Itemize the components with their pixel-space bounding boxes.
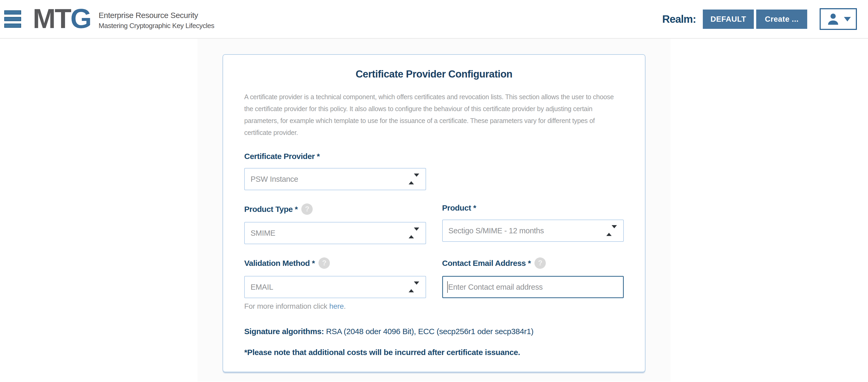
validation-method-value: EMAIL <box>251 283 273 292</box>
product-label: Product * <box>442 203 624 212</box>
contact-email-input-wrap <box>442 276 624 298</box>
hamburger-menu-icon[interactable] <box>4 10 21 28</box>
product-type-label-text: Product Type * <box>244 205 298 214</box>
helper-suffix: . <box>344 302 346 310</box>
mtg-logo: MT G <box>33 5 91 32</box>
tagline-line1: Enterprise Resource Security <box>99 11 214 20</box>
hamburger-bar <box>4 10 21 14</box>
more-information-link[interactable]: here <box>329 302 344 310</box>
certificate-provider-label: Certificate Provider * <box>244 152 426 161</box>
select-spinner-icon <box>409 177 419 181</box>
field-validation-method: Validation Method * ? EMAIL For more inf… <box>244 257 426 311</box>
select-spinner-icon <box>606 228 617 233</box>
product-type-help-icon[interactable]: ? <box>301 203 313 215</box>
card-description: A certificate provider is a technical co… <box>244 91 624 139</box>
certificate-provider-card: Certificate Provider Configuration A cer… <box>222 54 646 372</box>
validation-method-label-text: Validation Method * <box>244 259 315 268</box>
empty-cell <box>442 139 624 190</box>
certificate-provider-value: PSW Instance <box>251 175 298 184</box>
signature-algorithms-value: RSA (2048 oder 4096 Bit), ECC (secp256r1… <box>324 327 534 336</box>
product-select[interactable]: Sectigo S/MIME - 12 months <box>442 219 624 242</box>
product-type-value: SMIME <box>251 229 275 238</box>
header-right-group: Realm: DEFAULT Create ... <box>662 8 857 30</box>
user-avatar-icon <box>826 12 840 26</box>
validation-method-help-icon[interactable]: ? <box>318 257 330 269</box>
realm-create-button[interactable]: Create ... <box>756 9 807 29</box>
additional-costs-note: *Please note that additional costs will … <box>244 348 624 357</box>
product-label-text: Product * <box>442 203 476 212</box>
contact-email-label: Contact Email Address * ? <box>442 257 624 269</box>
hamburger-bar <box>4 24 21 28</box>
logo-tagline: Enterprise Resource Security Mastering C… <box>99 11 214 30</box>
select-spinner-icon <box>409 231 419 235</box>
tagline-line2: Mastering Cryptographic Key Lifecycles <box>99 22 214 30</box>
contact-email-label-text: Contact Email Address * <box>442 259 531 268</box>
validation-method-label: Validation Method * ? <box>244 257 426 269</box>
field-certificate-provider: Certificate Provider * PSW Instance <box>244 152 426 190</box>
app-header: MT G Enterprise Resource Security Master… <box>0 0 868 39</box>
content-column: Certificate Provider Configuration A cer… <box>197 39 671 381</box>
user-menu-button[interactable] <box>819 8 857 30</box>
field-contact-email: Contact Email Address * ? <box>442 257 624 311</box>
field-product: Product * Sectigo S/MIME - 12 months <box>442 203 624 244</box>
form-grid: Certificate Provider * PSW Instance Prod… <box>244 139 624 311</box>
certificate-provider-select[interactable]: PSW Instance <box>244 168 426 190</box>
page-title: Certificate Provider Configuration <box>244 68 624 80</box>
text-cursor <box>447 281 448 293</box>
logo-g: G <box>70 5 91 32</box>
contact-email-help-icon[interactable]: ? <box>534 257 546 269</box>
contact-email-input[interactable] <box>442 276 624 298</box>
product-value: Sectigo S/MIME - 12 months <box>448 227 544 235</box>
validation-method-select[interactable]: EMAIL <box>244 276 426 298</box>
product-type-select[interactable]: SMIME <box>244 222 426 244</box>
select-spinner-icon <box>409 285 419 289</box>
product-type-label: Product Type * ? <box>244 203 426 215</box>
helper-prefix: For more information click <box>244 302 329 310</box>
field-product-type: Product Type * ? SMIME <box>244 203 426 244</box>
realm-default-button[interactable]: DEFAULT <box>703 9 754 29</box>
validation-method-helper: For more information click here. <box>244 302 426 311</box>
chevron-down-icon <box>844 17 851 22</box>
realm-label: Realm: <box>662 13 696 25</box>
signature-algorithms-line: Signature algorithms: RSA (2048 oder 409… <box>244 327 624 336</box>
logo-mt: MT <box>33 5 70 32</box>
certificate-provider-label-text: Certificate Provider * <box>244 152 320 161</box>
hamburger-bar <box>4 17 21 21</box>
signature-algorithms-label: Signature algorithms: <box>244 327 324 336</box>
